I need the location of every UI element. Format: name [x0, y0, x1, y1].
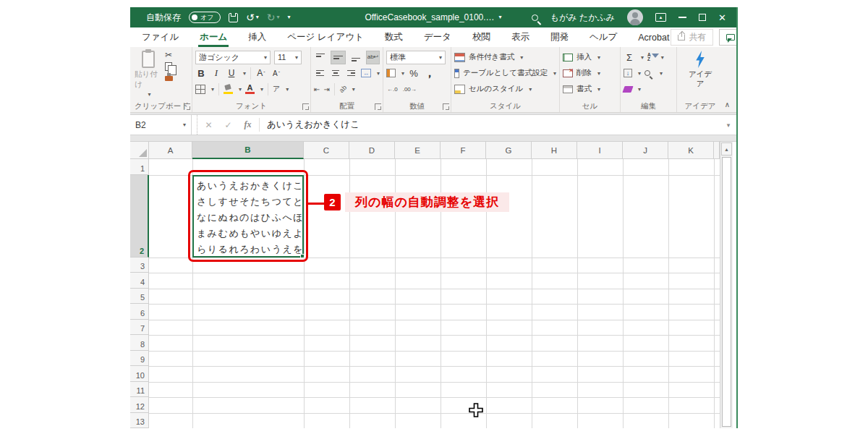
tab-9[interactable]: ヘルプ	[588, 27, 618, 47]
cancel-button[interactable]: ✕	[199, 115, 218, 135]
insert-function-button[interactable]: fx	[238, 115, 258, 135]
minimize-button[interactable]	[678, 17, 686, 18]
paste-button[interactable]: 貼り付け ▾	[135, 49, 162, 101]
column-header-K[interactable]: K	[668, 142, 714, 159]
caret-down-icon[interactable]: ▾	[243, 70, 246, 77]
column-header-C[interactable]: C	[304, 142, 349, 159]
column-header-I[interactable]: I	[577, 142, 623, 159]
tab-2[interactable]: 挿入	[247, 27, 268, 47]
autosave-toggle[interactable]: オフ	[189, 12, 221, 23]
cells-item-0[interactable]: 挿入▾	[563, 49, 617, 65]
find-select-icon[interactable]	[644, 70, 650, 76]
align-bottom-button[interactable]	[349, 51, 362, 64]
increase-font-button[interactable]: Aˆ	[255, 67, 267, 80]
undo-button[interactable]: ↺▾	[246, 12, 259, 22]
scroll-up-icon[interactable]: ▲	[721, 142, 732, 156]
tab-7[interactable]: 表示	[510, 27, 531, 47]
column-header-G[interactable]: G	[486, 142, 532, 159]
vertical-scrollbar[interactable]: ▲	[720, 142, 733, 428]
dialog-launcher-icon[interactable]	[184, 103, 190, 110]
styles-item-2[interactable]: セルのスタイル▾	[454, 81, 556, 97]
tab-0[interactable]: ファイル	[140, 27, 180, 47]
row-header-10[interactable]: 10	[130, 366, 149, 382]
dialog-launcher-icon[interactable]	[443, 103, 449, 110]
font-name-combo[interactable]: 游ゴシック▾	[195, 51, 271, 64]
autosum-button[interactable]: Σ	[624, 51, 635, 64]
caret-down-icon[interactable]: ▾	[499, 14, 502, 20]
dialog-launcher-icon[interactable]	[302, 103, 309, 110]
increase-indent-icon[interactable]: ⇥	[323, 85, 329, 93]
row-header-5[interactable]: 5	[130, 289, 149, 305]
row-header-2[interactable]: 2	[130, 175, 149, 258]
row-header-12[interactable]: 12	[130, 397, 149, 413]
fill-color-icon[interactable]	[224, 85, 233, 94]
redo-button[interactable]: ↻▾	[267, 12, 280, 22]
italic-button[interactable]: I	[210, 67, 222, 80]
save-icon[interactable]	[229, 13, 238, 22]
expand-formula-bar-icon[interactable]: ▾	[720, 115, 736, 135]
caret-down-icon[interactable]: ▾	[352, 86, 355, 93]
borders-icon[interactable]	[195, 85, 205, 94]
caret-down-icon[interactable]: ▾	[211, 86, 214, 93]
ideas-button[interactable]: アイデア	[680, 49, 720, 101]
caret-down-icon[interactable]: ▾	[660, 70, 663, 77]
phonetic-guide-icon[interactable]: ア	[273, 84, 280, 94]
row-header-6[interactable]: 6	[130, 304, 149, 320]
format-painter-icon[interactable]	[165, 76, 173, 81]
caret-down-icon[interactable]: ▾	[377, 70, 380, 77]
align-center-button[interactable]	[330, 67, 342, 80]
caret-down-icon[interactable]: ▾	[641, 54, 644, 61]
row-header-7[interactable]: 7	[130, 320, 149, 336]
tab-10[interactable]: Acrobat	[637, 27, 671, 47]
row-header-9[interactable]: 9	[130, 351, 149, 367]
cut-icon[interactable]: ✂	[165, 51, 173, 59]
align-left-button[interactable]	[314, 67, 326, 80]
column-header-E[interactable]: E	[395, 142, 441, 159]
number-format-combo[interactable]: 標準▾	[386, 51, 446, 64]
caret-down-icon[interactable]: ▾	[239, 86, 242, 93]
share-button[interactable]: 共有	[671, 29, 713, 46]
column-header-B[interactable]: B	[192, 142, 304, 159]
copy-icon[interactable]	[165, 62, 172, 71]
increase-decimal-button[interactable]: ←.0	[386, 82, 399, 96]
sort-filter-button[interactable]: AZ▾	[647, 53, 664, 61]
bold-button[interactable]: B	[195, 67, 207, 80]
tab-5[interactable]: データ	[422, 27, 453, 47]
row-header-13[interactable]: 13	[130, 413, 149, 429]
enter-button[interactable]: ✓	[218, 115, 238, 135]
column-header-F[interactable]: F	[441, 142, 486, 159]
tab-1[interactable]: ホーム	[198, 27, 229, 47]
font-color-icon[interactable]: A	[245, 84, 255, 94]
row-header-3[interactable]: 3	[130, 258, 149, 273]
select-all-corner[interactable]	[130, 142, 149, 159]
caret-down-icon[interactable]: ▾	[286, 86, 289, 93]
fill-down-icon[interactable]: ↓	[624, 69, 632, 77]
comments-button[interactable]: コメント	[719, 29, 738, 46]
column-header-H[interactable]: H	[532, 142, 577, 159]
align-right-button[interactable]	[345, 67, 357, 80]
formula-input[interactable]: あいうえおかきくけこ	[261, 115, 720, 135]
close-button[interactable]: ✕	[718, 12, 726, 23]
decrease-font-button[interactable]: Aˇ	[271, 67, 282, 80]
caret-down-icon[interactable]: ▾	[638, 70, 641, 77]
ribbon-display-options-icon[interactable]: ▲	[655, 13, 666, 22]
column-header-J[interactable]: J	[623, 142, 668, 159]
row-header-8[interactable]: 8	[130, 335, 149, 351]
column-header-A[interactable]: A	[149, 142, 192, 159]
text-orientation-icon[interactable]: ab	[338, 84, 348, 94]
caret-down-icon[interactable]: ▾	[260, 86, 263, 93]
align-middle-button[interactable]	[331, 51, 345, 64]
collapse-ribbon-icon[interactable]: ∧	[725, 101, 730, 109]
row-header-4[interactable]: 4	[130, 273, 149, 289]
row-header-11[interactable]: 11	[130, 382, 149, 398]
cells-item-1[interactable]: 削除▾	[563, 65, 617, 81]
cells-item-2[interactable]: 書式▾	[563, 81, 617, 97]
scrollbar-thumb[interactable]	[722, 157, 731, 427]
clear-eraser-icon[interactable]	[622, 86, 633, 93]
dialog-launcher-icon[interactable]	[375, 103, 381, 110]
caret-down-icon[interactable]: ▾	[638, 86, 641, 93]
align-top-button[interactable]	[314, 51, 327, 64]
column-header-D[interactable]: D	[349, 142, 395, 159]
search-icon[interactable]	[532, 14, 538, 21]
avatar[interactable]	[627, 9, 643, 25]
